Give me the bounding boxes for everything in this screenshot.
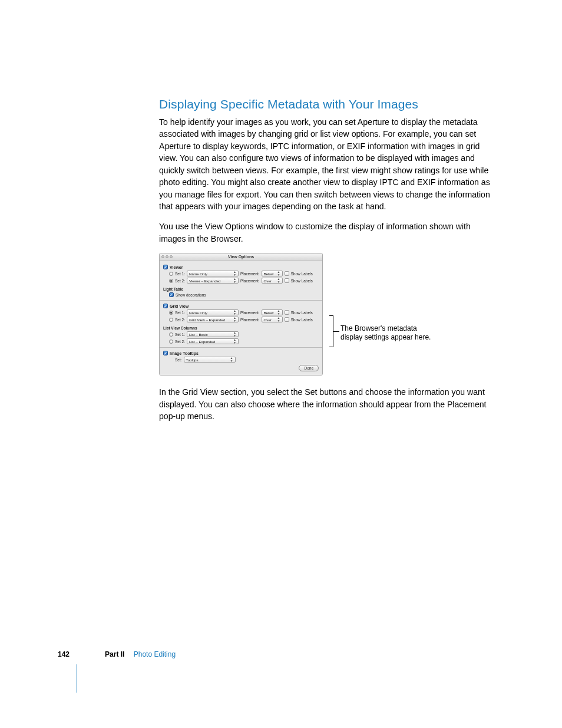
- list-view-group: List View Columns: [163, 326, 319, 330]
- grid-set1-row: Set 1: Name Only▲▼ Placement: Below▲▼ ✓ …: [169, 309, 319, 315]
- updown-icon: ▲▼: [233, 278, 236, 284]
- viewer-set1-placement-dropdown[interactable]: Below▲▼: [262, 271, 283, 276]
- grid-set1-placement-label: Placement:: [240, 311, 260, 315]
- updown-icon: ▲▼: [277, 278, 280, 284]
- viewer-set1-showlabels: Show Labels: [291, 272, 313, 276]
- list-set1-label: Set 1:: [175, 332, 185, 337]
- viewer-group: ✓ Viewer: [163, 265, 319, 269]
- viewer-set2-showlabels-checkbox[interactable]: ✓: [285, 278, 289, 283]
- footer-part: Part II Photo Editing: [105, 650, 176, 658]
- viewer-set2-showlabels: Show Labels: [291, 279, 313, 283]
- grid-set1-label: Set 1:: [175, 311, 185, 315]
- paragraph-1: To help identify your images as you work…: [159, 116, 492, 212]
- tooltips-set-label: Set:: [175, 358, 182, 362]
- viewer-set2-placement-label: Placement:: [240, 279, 260, 283]
- grid-set1-dropdown[interactable]: Name Only▲▼: [187, 309, 239, 315]
- viewer-set2-dropdown[interactable]: Viewer – Expanded▲▼: [187, 278, 239, 284]
- viewer-set2-radio[interactable]: [169, 279, 173, 283]
- callout-column: The Browser's metadata display settings …: [323, 253, 492, 375]
- divider: [160, 300, 322, 301]
- done-button[interactable]: Done: [299, 365, 319, 371]
- tooltips-group: ✓ Image Tooltips: [163, 351, 319, 355]
- updown-icon: ▲▼: [233, 309, 236, 315]
- updown-icon: ▲▼: [233, 271, 236, 276]
- divider: [160, 347, 322, 348]
- updown-icon: ▲▼: [230, 357, 233, 363]
- updown-icon: ▲▼: [233, 331, 236, 337]
- grid-view-checkbox[interactable]: ✓: [163, 304, 168, 308]
- section-heading: Displaying Specific Metadata with Your I…: [159, 97, 492, 111]
- grid-view-group: ✓ Grid View: [163, 304, 319, 308]
- dialog-title: View Options: [160, 255, 322, 259]
- footer-rule: [77, 664, 77, 693]
- viewer-set2-placement-dropdown[interactable]: Over▲▼: [262, 278, 283, 284]
- viewer-set2-label: Set 2:: [175, 279, 185, 283]
- list-set1-row: Set 1: List – Basic▲▼: [169, 331, 319, 337]
- viewer-set2-row: Set 2: Viewer – Expanded▲▼ Placement: Ov…: [169, 278, 319, 284]
- light-table-row: ✓ Show decorations: [169, 292, 319, 297]
- viewer-set1-row: Set 1: Name Only▲▼ Placement: Below▲▼ ✓ …: [169, 271, 319, 276]
- tooltips-label: Image Tooltips: [170, 351, 199, 355]
- grid-set2-label: Set 2:: [175, 318, 185, 322]
- dialog-titlebar: View Options: [160, 253, 322, 261]
- updown-icon: ▲▼: [277, 271, 280, 276]
- done-row: Done: [163, 364, 319, 371]
- paragraph-3: In the Grid View section, you select the…: [159, 386, 492, 422]
- show-decorations-label: Show decorations: [176, 293, 206, 297]
- list-set2-label: Set 2:: [175, 340, 185, 344]
- page-number: 142: [58, 650, 70, 658]
- page: Displaying Specific Metadata with Your I…: [0, 0, 562, 728]
- list-set1-radio[interactable]: [169, 332, 173, 337]
- viewer-checkbox[interactable]: ✓: [163, 265, 168, 269]
- view-options-dialog: View Options ✓ Viewer Set 1: Name Only▲▼…: [159, 253, 323, 375]
- tooltips-set-dropdown[interactable]: Tooltips▲▼: [184, 357, 236, 363]
- list-set2-radio[interactable]: [169, 340, 173, 344]
- dialog-body: ✓ Viewer Set 1: Name Only▲▼ Placement: B…: [160, 261, 322, 375]
- tooltips-set-row: Set: Tooltips▲▼: [169, 357, 319, 363]
- part-name: Photo Editing: [134, 650, 176, 658]
- viewer-set1-dropdown[interactable]: Name Only▲▼: [187, 271, 239, 276]
- grid-set2-row: Set 2: Grid View – Expanded▲▼ Placement:…: [169, 317, 319, 322]
- show-decorations-checkbox[interactable]: ✓: [169, 292, 174, 297]
- updown-icon: ▲▼: [233, 317, 236, 322]
- paragraph-2: You use the View Options window to custo…: [159, 220, 492, 245]
- callout-bracket: [328, 315, 333, 347]
- page-footer: 142 Part II Photo Editing: [58, 650, 176, 658]
- list-set2-row: Set 2: List – Expanded▲▼: [169, 338, 319, 344]
- viewer-set1-radio[interactable]: [169, 272, 173, 276]
- part-label: Part II: [105, 650, 124, 658]
- grid-set2-placement-dropdown[interactable]: Over▲▼: [262, 317, 283, 322]
- grid-set2-showlabels-checkbox[interactable]: ✓: [285, 317, 289, 322]
- grid-set2-placement-label: Placement:: [240, 318, 260, 322]
- viewer-set1-showlabels-checkbox[interactable]: ✓: [285, 271, 289, 276]
- list-view-label: List View Columns: [163, 326, 197, 330]
- light-table-label: Light Table: [163, 287, 183, 291]
- tooltips-checkbox[interactable]: ✓: [163, 351, 168, 355]
- grid-set1-showlabels: Show Labels: [291, 311, 313, 315]
- callout-leader: [333, 331, 339, 332]
- viewer-set1-placement-label: Placement:: [240, 272, 260, 276]
- grid-view-label: Grid View: [170, 304, 189, 308]
- figure-row: View Options ✓ Viewer Set 1: Name Only▲▼…: [159, 253, 492, 375]
- grid-set1-radio[interactable]: [169, 311, 173, 315]
- list-set2-dropdown[interactable]: List – Expanded▲▼: [187, 338, 239, 344]
- grid-set1-showlabels-checkbox[interactable]: ✓: [285, 310, 289, 315]
- updown-icon: ▲▼: [233, 338, 236, 344]
- grid-set2-dropdown[interactable]: Grid View – Expanded▲▼: [187, 317, 239, 322]
- grid-set1-placement-dropdown[interactable]: Below▲▼: [262, 309, 283, 315]
- light-table-group: Light Table: [163, 287, 319, 291]
- callout-text: The Browser's metadata display settings …: [340, 324, 435, 342]
- grid-set2-radio[interactable]: [169, 318, 173, 322]
- list-set1-dropdown[interactable]: List – Basic▲▼: [187, 331, 239, 337]
- updown-icon: ▲▼: [277, 317, 280, 322]
- viewer-label: Viewer: [170, 265, 183, 269]
- content-column: Displaying Specific Metadata with Your I…: [159, 97, 492, 430]
- updown-icon: ▲▼: [277, 309, 280, 315]
- grid-set2-showlabels: Show Labels: [291, 318, 313, 322]
- viewer-set1-label: Set 1:: [175, 272, 185, 276]
